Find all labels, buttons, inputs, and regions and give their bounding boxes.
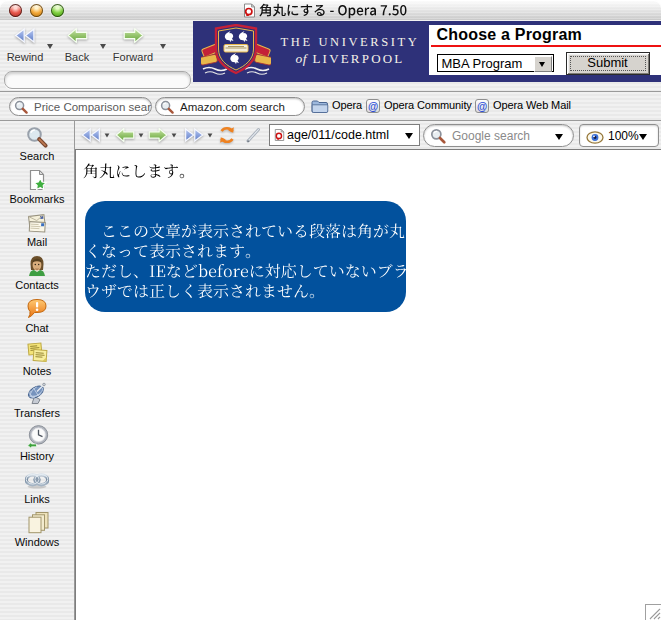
back-dropdown-arrow[interactable] [100,44,106,49]
rewind-dropdown-arrow[interactable] [47,44,53,49]
sticky-notes-icon [25,340,49,364]
rewind-button[interactable]: Rewind [10,27,40,44]
opera-webmail-button[interactable]: Opera Web Mail [493,99,571,111]
sidebar-item-label: Windows [0,536,74,548]
reload-icon[interactable] [217,125,237,145]
sidebar-item-contacts[interactable]: Contacts [0,254,74,291]
eye-icon [586,131,604,144]
zoom-button[interactable] [51,4,64,17]
address-field[interactable]: age/011/code.html [269,124,420,146]
close-button[interactable] [9,4,22,17]
main-toolbar: Rewind Back Forward [0,20,661,92]
window-stack-icon [25,511,49,535]
sidebar-item-mail[interactable]: Mail [0,211,74,248]
address-dropdown-arrow[interactable] [405,133,413,139]
fast-rewind-icon[interactable] [80,127,102,143]
pencil-icon[interactable] [244,126,262,144]
forward-button[interactable]: Forward [118,27,148,44]
university-name-line1: THE UNIVERSITY [278,35,422,50]
banner-underline [431,45,661,47]
price-comparison-search-field[interactable]: Price Comparison sear [9,97,152,116]
at-icon: @ [366,99,380,113]
page-doc-icon [274,128,285,142]
sidebar-item-label: Bookmarks [0,193,74,205]
google-search-placeholder: Google search [452,129,530,143]
back-label: Back [65,51,89,63]
speech-bubble-icon [25,297,49,321]
zoom-dropdown-arrow[interactable] [639,134,647,140]
program-select-arrow[interactable] [534,56,552,72]
satellite-dish-icon [25,382,49,406]
sidebar-item-windows[interactable]: Windows [0,511,74,548]
rewind-label: Rewind [7,51,44,63]
sidebar-item-notes[interactable]: Notes [0,340,74,377]
zoom-value: 100% [608,129,639,143]
sidebar-item-history[interactable]: History [0,425,74,462]
submit-button[interactable]: Submit [566,52,650,75]
forward-dropdown-arrow[interactable] [160,44,166,49]
forward-icon [122,27,145,44]
magnifier-icon [160,100,175,115]
university-name-line2: of LIVERPOOL [278,51,422,67]
sidebar-item-bookmarks[interactable]: Bookmarks [0,168,74,205]
url-text: age/011/code.html [287,128,407,142]
magnifier-icon [25,125,49,149]
page-doc-icon [243,3,256,18]
resize-grip-lines [646,605,661,620]
google-dropdown-arrow[interactable] [555,134,563,140]
at-icon: @ [475,99,489,113]
address-toolbar: age/011/code.html Google search 100% [75,121,661,149]
opera-browser-window: { "window": { "title": "角丸にする - Opera 7.… [0,0,661,620]
fast-forward-icon[interactable] [183,127,205,143]
forward-label: Forward [113,51,153,63]
sidebar-item-transfers[interactable]: Transfers [0,382,74,419]
title-bar[interactable] [0,0,661,21]
program-select[interactable]: MBA Program [437,54,554,72]
sidebar-item-links[interactable]: Links [0,468,74,505]
opera-community-button[interactable]: Opera Community [384,99,472,111]
minimize-button[interactable] [30,4,43,17]
sidebar-item-label: Notes [0,365,74,377]
search-toolbar: Price Comparison sear Amazon.com search … [0,92,661,121]
back-arrow-icon[interactable] [114,127,136,143]
sidebar-item-chat[interactable]: Chat [0,297,74,334]
forward-dropdown-arrow[interactable] [172,134,177,138]
bookmark-star-icon [25,168,49,192]
university-crest-icon [201,24,271,78]
amazon-search-placeholder: Amazon.com search [180,101,285,113]
progress-field [4,71,191,89]
opera-bookmark-button[interactable]: Opera [332,99,362,111]
magnifier-icon [430,128,447,145]
fastforward-dropdown-arrow[interactable] [208,134,213,138]
advertisement-banner[interactable]: THE UNIVERSITY of LIVERPOOL Choose a Pro… [193,21,661,82]
rewind-dropdown-arrow[interactable] [105,134,110,138]
folder-icon [311,99,329,114]
chain-link-icon [25,468,49,492]
forward-arrow-icon[interactable] [147,127,169,143]
sidebar-item-search[interactable]: Search [0,125,74,162]
window-title [259,2,411,19]
magnifier-icon [14,100,29,115]
paragraph-text [85,201,406,312]
google-search-field[interactable]: Google search [423,124,574,147]
resize-grip[interactable] [645,604,661,620]
sidebar-item-label: Chat [0,322,74,334]
back-button[interactable]: Back [62,27,92,44]
sidebar-item-label: Links [0,493,74,505]
focus-ring [570,56,646,71]
zoom-control[interactable]: 100% [579,124,659,147]
amazon-search-field[interactable]: Amazon.com search [155,97,305,116]
page-content [75,149,661,620]
panel-selector-sidebar: Search Bookmarks Mail Contacts Chat Note… [0,121,75,620]
program-select-value: MBA Program [442,56,523,71]
rounded-paragraph [85,201,406,312]
banner-heading: Choose a Program [437,26,582,44]
sidebar-item-label: Search [0,150,74,162]
rewind-icon [13,27,37,44]
envelopes-icon [25,211,49,235]
page-heading [83,163,197,182]
banner-form: Choose a Program MBA Program Submit [429,25,661,75]
sidebar-item-label: Contacts [0,279,74,291]
sidebar-item-label: Transfers [0,407,74,419]
back-dropdown-arrow[interactable] [139,134,144,138]
